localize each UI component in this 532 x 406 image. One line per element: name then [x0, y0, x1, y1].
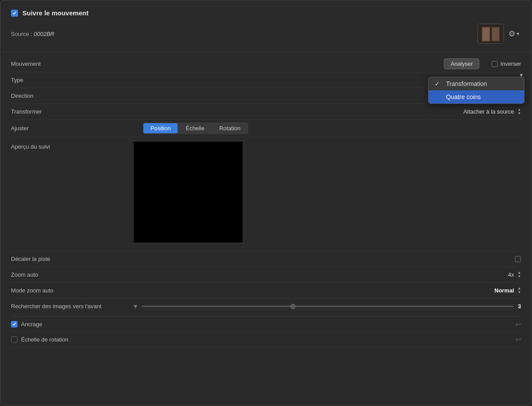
rechercher-label: Rechercher des images vers l'avant [11, 303, 134, 310]
ancrage-reset-icon[interactable]: ↩ [515, 320, 521, 328]
mode-zoom-row: Mode zoom auto Normal ▲ ▼ [11, 283, 521, 299]
transformer-text: Attacher à la source [463, 108, 514, 115]
type-label: Type [11, 77, 134, 83]
apercu-label: Aperçu du suivi [11, 142, 134, 150]
source-row: Source : 0002BR [11, 24, 521, 44]
mode-zoom-text: Normal [494, 287, 514, 294]
mode-zoom-down-icon: ▼ [518, 291, 521, 294]
rechercher-number: 3 [518, 303, 521, 310]
rechercher-slider-row: ♥ 3 [134, 303, 521, 310]
stepper-up-icon: ▲ [518, 108, 521, 111]
decaler-label: Décaler la piste [11, 256, 134, 262]
position-button[interactable]: Position [143, 123, 178, 133]
source-right: ⚙ ▾ [478, 24, 521, 44]
rechercher-value: ♥ 3 [134, 303, 521, 310]
heart-icon: ♥ [134, 303, 137, 310]
zoom-text: 4x [508, 271, 514, 278]
direction-label: Direction [11, 93, 134, 99]
checkmark-icon: ✓ [435, 80, 442, 87]
inverser-checkbox[interactable] [492, 61, 498, 67]
mouvement-value: Analyser Inverser [134, 58, 521, 69]
ajuster-value: Position Échelle Rotation [143, 122, 521, 134]
type-dropdown-popup: ✓ Transformation ✓ Quatre coins [428, 77, 525, 104]
ajuster-segmented-control: Position Échelle Rotation [143, 122, 248, 134]
divider-1 [0, 52, 532, 52]
echelle-rotation-checkbox[interactable] [11, 336, 18, 343]
inverser-label: Inverser [500, 61, 521, 67]
echelle-rotation-reset-icon[interactable]: ↩ [515, 335, 521, 344]
dropdown-item-transformation[interactable]: ✓ Transformation [428, 77, 524, 90]
source-value: 0002BR [34, 31, 54, 37]
type-row: Type ✓ Transformation ✓ Quatre coins [11, 72, 521, 88]
panel-title: Suivre le mouvement [22, 9, 89, 17]
echelle-rotation-row: Échelle de rotation ↩ [11, 332, 521, 348]
apercu-canvas [134, 142, 243, 242]
thumbnail-image [478, 24, 503, 43]
chevron-down-icon: ▾ [517, 31, 519, 37]
zoom-label: Zoom auto [11, 271, 134, 278]
ajuster-row: Ajuster Position Échelle Rotation [11, 120, 521, 137]
apercu-row: Aperçu du suivi [11, 137, 521, 251]
zoom-up-icon: ▲ [518, 271, 521, 274]
svg-rect-2 [482, 28, 489, 41]
analyser-button[interactable]: Analyser [444, 58, 479, 69]
mouvement-label: Mouvement [11, 61, 134, 67]
stepper-down-icon: ▼ [518, 112, 521, 115]
transformer-control[interactable]: Attacher à la source ▲ ▼ [463, 108, 521, 115]
echelle-rotation-label: Échelle de rotation [21, 336, 515, 343]
echelle-rotation-right: ↩ [515, 335, 521, 344]
inverser-group: Inverser [492, 61, 521, 67]
ancrage-checkbox[interactable] [11, 321, 18, 328]
decaler-row: Décaler la piste [11, 251, 521, 267]
ajuster-label: Ajuster [11, 125, 134, 132]
transformer-row: Transformer Attacher à la source ▲ ▼ [11, 104, 521, 120]
mode-zoom-arrows[interactable]: ▲ ▼ [518, 287, 521, 294]
zoom-arrows[interactable]: ▲ ▼ [518, 271, 521, 278]
transformer-stepper[interactable]: ▲ ▼ [518, 108, 521, 115]
ancrage-label: Ancrage [21, 321, 515, 328]
transformer-value: Attacher à la source ▲ ▼ [134, 108, 521, 115]
main-panel: Suivre le mouvement Source : 0002BR [0, 0, 532, 406]
zoom-stepper[interactable]: 4x ▲ ▼ [508, 271, 521, 278]
dropdown-transformation-label: Transformation [446, 80, 487, 87]
suivre-checkbox[interactable] [11, 10, 18, 17]
dropdown-item-quatre-coins[interactable]: ✓ Quatre coins [428, 90, 524, 103]
transformer-label: Transformer [11, 108, 134, 115]
mode-zoom-value: Normal ▲ ▼ [134, 287, 521, 294]
rechercher-row: Rechercher des images vers l'avant ♥ 3 [11, 299, 521, 314]
source-text: Source : 0002BR [11, 31, 54, 37]
gear-button[interactable]: ⚙ ▾ [507, 27, 521, 40]
mouvement-row: Mouvement Analyser Inverser [11, 56, 521, 72]
zoom-row: Zoom auto 4x ▲ ▼ [11, 267, 521, 283]
rechercher-slider[interactable] [142, 306, 514, 307]
mode-zoom-up-icon: ▲ [518, 287, 521, 290]
header-row: Suivre le mouvement [11, 9, 521, 17]
zoom-value: 4x ▲ ▼ [134, 271, 521, 278]
dropdown-quatre-coins-label: Quatre coins [446, 93, 481, 100]
slider-thumb [290, 304, 296, 309]
svg-rect-4 [492, 28, 499, 41]
ancrage-row: Ancrage ↩ [11, 316, 521, 332]
thumbnail [478, 24, 504, 44]
rotation-button[interactable]: Rotation [212, 123, 247, 133]
decaler-value [134, 256, 521, 262]
mode-zoom-label: Mode zoom auto [11, 287, 134, 294]
gear-icon: ⚙ [508, 29, 515, 39]
ancrage-right: ↩ [515, 320, 521, 328]
echelle-button[interactable]: Échelle [179, 123, 211, 133]
zoom-down-icon: ▼ [518, 275, 521, 278]
decaler-checkbox[interactable] [515, 256, 521, 262]
mode-zoom-stepper[interactable]: Normal ▲ ▼ [494, 287, 521, 294]
